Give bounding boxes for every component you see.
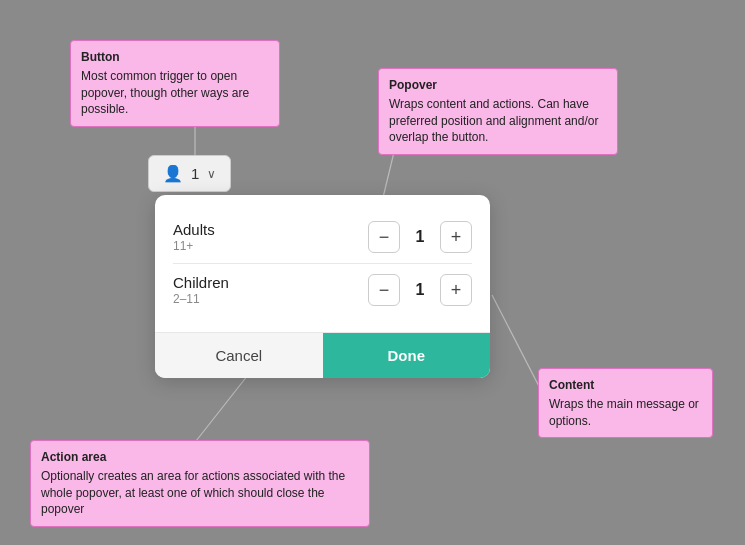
button-annotation: Button Most common trigger to open popov… <box>70 40 280 127</box>
popover-annotation-text: Wraps content and actions. Can have pref… <box>389 97 598 145</box>
chevron-down-icon: ∨ <box>207 167 216 181</box>
adults-increment-button[interactable]: + <box>440 221 472 253</box>
trigger-count: 1 <box>191 165 199 182</box>
trigger-button[interactable]: 👤 1 ∨ <box>148 155 231 192</box>
children-label-sub: 2–11 <box>173 292 229 306</box>
adults-decrement-button[interactable]: − <box>368 221 400 253</box>
children-label: Children 2–11 <box>173 274 229 306</box>
content-annotation-text: Wraps the main message or options. <box>549 397 699 428</box>
adults-label-main: Adults <box>173 221 215 238</box>
popover-annotation-title: Popover <box>389 77 607 94</box>
content-annotation: Content Wraps the main message or option… <box>538 368 713 438</box>
action-annotation-title: Action area <box>41 449 359 466</box>
adults-row: Adults 11+ − 1 + <box>173 211 472 263</box>
adults-label: Adults 11+ <box>173 221 215 253</box>
children-row: Children 2–11 − 1 + <box>173 263 472 316</box>
children-stepper-controls: − 1 + <box>368 274 472 306</box>
popover-action-area: Cancel Done <box>155 332 490 378</box>
children-decrement-button[interactable]: − <box>368 274 400 306</box>
popover-content: Adults 11+ − 1 + Children 2–11 − 1 + <box>155 195 490 332</box>
adults-value: 1 <box>412 228 428 246</box>
person-icon: 👤 <box>163 164 183 183</box>
content-annotation-title: Content <box>549 377 702 394</box>
button-annotation-text: Most common trigger to open popover, tho… <box>81 69 249 117</box>
children-value: 1 <box>412 281 428 299</box>
cancel-button[interactable]: Cancel <box>155 333 323 378</box>
children-increment-button[interactable]: + <box>440 274 472 306</box>
children-label-main: Children <box>173 274 229 291</box>
done-button[interactable]: Done <box>323 333 491 378</box>
adults-label-sub: 11+ <box>173 239 215 253</box>
popover: Adults 11+ − 1 + Children 2–11 − 1 + Can… <box>155 195 490 378</box>
action-annotation: Action area Optionally creates an area f… <box>30 440 370 527</box>
button-annotation-title: Button <box>81 49 269 66</box>
adults-stepper-controls: − 1 + <box>368 221 472 253</box>
action-annotation-text: Optionally creates an area for actions a… <box>41 469 345 517</box>
popover-annotation: Popover Wraps content and actions. Can h… <box>378 68 618 155</box>
